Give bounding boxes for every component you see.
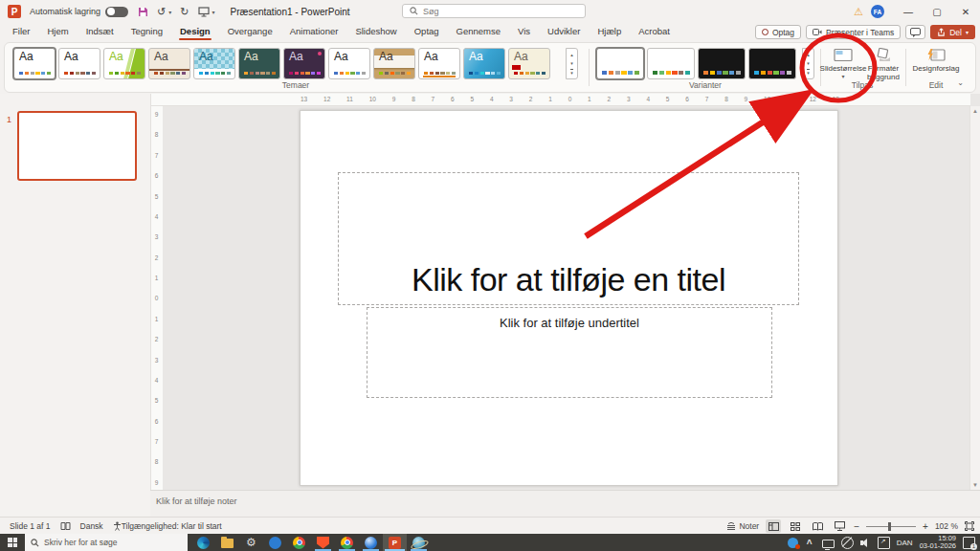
notes-toggle-button[interactable]: Noter	[726, 521, 759, 531]
minimize-button[interactable]: —	[894, 0, 923, 23]
taskbar-search-input[interactable]: Skriv her for at søge	[25, 534, 188, 551]
taskbar-app-sphere[interactable]	[359, 534, 383, 551]
language-status[interactable]: Dansk	[80, 521, 103, 531]
normal-view-button[interactable]	[766, 519, 781, 533]
update-tray-icon[interactable]	[788, 538, 798, 548]
theme-3[interactable]: Aa	[103, 48, 145, 79]
horizontal-ruler[interactable]: 13121110987654321012345678910111213	[150, 94, 970, 106]
tray-expand-icon[interactable]	[805, 538, 815, 548]
variant-1[interactable]	[596, 48, 644, 79]
title-placeholder[interactable]: Klik for at tilføje en titel	[338, 172, 799, 305]
variant-4[interactable]	[748, 48, 796, 79]
close-button[interactable]: ✕	[951, 0, 980, 23]
taskbar-powerpoint[interactable]: P	[383, 534, 407, 551]
tab-hjælp[interactable]: Hjælp	[589, 24, 630, 39]
spellcheck-icon[interactable]	[60, 521, 71, 531]
undo-dropdown-icon[interactable]: ▾	[168, 9, 171, 15]
tab-overgange[interactable]: Overgange	[219, 24, 281, 39]
save-icon[interactable]	[138, 7, 148, 17]
notes-pane[interactable]: Klik for at tilføje noter	[150, 490, 980, 518]
tab-slideshow[interactable]: Slideshow	[346, 24, 405, 39]
ribbon-tab-row: FilerHjemIndsætTegningDesignOvergangeAni…	[0, 23, 980, 40]
project-tray-icon[interactable]	[878, 537, 890, 549]
theme-7[interactable]: Aa	[283, 48, 325, 79]
themes-gallery-more-button[interactable]: ▴▾▾	[566, 48, 578, 79]
taskbar-settings[interactable]: ⚙	[239, 534, 263, 551]
comments-button[interactable]	[905, 25, 925, 39]
themes-group-label: Temaer	[13, 80, 578, 90]
slide-sorter-view-button[interactable]	[788, 519, 803, 533]
variant-3[interactable]	[698, 48, 746, 79]
notes-toggle-label: Noter	[739, 521, 759, 531]
theme-9[interactable]: Aa	[373, 48, 415, 79]
theme-5[interactable]: Aa	[193, 48, 235, 79]
theme-2[interactable]: Aa	[58, 48, 100, 79]
monitor-tray-icon[interactable]	[822, 540, 835, 548]
variants-gallery-more-button[interactable]: ▴▾▾	[802, 48, 814, 79]
tab-udvikler[interactable]: Udvikler	[539, 24, 589, 39]
tab-design[interactable]: Design	[171, 24, 219, 39]
zoom-level[interactable]: 102 %	[935, 521, 958, 531]
language-indicator[interactable]: DAN	[897, 539, 913, 547]
vertical-scrollbar[interactable]: ▲▼	[969, 106, 980, 490]
customize-group-label: Tilpas	[821, 80, 903, 90]
taskbar-chrome-2[interactable]	[335, 534, 359, 551]
slide-thumbnail[interactable]	[17, 111, 137, 181]
action-center-icon[interactable]: 1	[963, 537, 975, 549]
vertical-ruler[interactable]: 9876543210123456789	[150, 106, 164, 490]
tab-tegning[interactable]: Tegning	[122, 24, 171, 39]
tab-gennemse[interactable]: Gennemse	[448, 24, 509, 39]
volume-tray-icon[interactable]	[860, 538, 871, 548]
undo-icon[interactable]: ↺	[157, 6, 166, 18]
taskbar-file-explorer[interactable]	[215, 534, 239, 551]
tab-filer[interactable]: Filer	[4, 24, 38, 39]
theme-1[interactable]: Aa	[13, 48, 56, 79]
zoom-in-button[interactable]: +	[923, 521, 928, 532]
theme-color-dots	[289, 72, 321, 76]
theme-6[interactable]: Aa	[238, 48, 280, 79]
tab-vis[interactable]: Vis	[509, 24, 539, 39]
slide-canvas[interactable]: Klik for at tilføje en titel Klik for at…	[300, 110, 838, 486]
collapse-ribbon-icon[interactable]: ⌄	[957, 78, 964, 87]
powerpoint-logo-icon: P	[8, 5, 21, 18]
clock[interactable]: 15:09 03-01-2026	[920, 535, 956, 550]
network-tray-icon[interactable]	[841, 537, 854, 549]
theme-12[interactable]: Aa	[508, 48, 550, 79]
tab-animationer[interactable]: Animationer	[281, 24, 347, 39]
accessibility-icon[interactable]	[113, 521, 122, 531]
brave-icon	[317, 537, 329, 549]
search-input[interactable]: Søg	[402, 4, 586, 18]
theme-8[interactable]: Aa	[328, 48, 370, 79]
theme-11[interactable]: Aa	[463, 48, 505, 79]
zoom-out-button[interactable]: −	[854, 521, 859, 532]
taskbar-edge[interactable]	[191, 534, 215, 551]
customize-qat-icon[interactable]: ▾	[212, 9, 215, 15]
taskbar-app-planet[interactable]	[407, 534, 431, 551]
record-button[interactable]: Optag	[755, 25, 801, 39]
warning-icon[interactable]: ⚠	[854, 6, 863, 18]
zoom-slider[interactable]	[866, 526, 916, 527]
tab-acrobat[interactable]: Acrobat	[630, 24, 679, 39]
tab-indsæt[interactable]: Indsæt	[78, 24, 122, 39]
present-in-teams-button[interactable]: Præsenter i Teams	[806, 25, 901, 39]
start-presentation-icon[interactable]	[198, 7, 210, 17]
subtitle-placeholder[interactable]: Klik for at tilføje undertitel	[367, 307, 772, 398]
autosave-toggle[interactable]	[105, 7, 128, 17]
theme-4[interactable]: Aa	[148, 48, 190, 79]
taskbar-brave[interactable]	[311, 534, 335, 551]
fit-slide-icon[interactable]	[965, 521, 974, 531]
theme-10[interactable]: Aa	[418, 48, 460, 79]
start-button[interactable]	[0, 534, 25, 551]
taskbar-chrome[interactable]	[287, 534, 311, 551]
slideshow-view-button[interactable]	[832, 519, 847, 533]
redo-icon[interactable]: ↻	[180, 6, 189, 18]
taskbar-app-blue[interactable]	[263, 534, 287, 551]
variant-2[interactable]	[647, 48, 695, 79]
tab-hjem[interactable]: Hjem	[38, 24, 77, 39]
reading-view-button[interactable]	[810, 519, 825, 533]
avatar[interactable]: FA	[871, 5, 884, 18]
accessibility-status[interactable]: Tilgængelighed: Klar til start	[122, 521, 222, 531]
tab-optag[interactable]: Optag	[406, 24, 448, 39]
share-button[interactable]: Del ▾	[930, 25, 975, 39]
maximize-button[interactable]: ▢	[923, 0, 951, 23]
